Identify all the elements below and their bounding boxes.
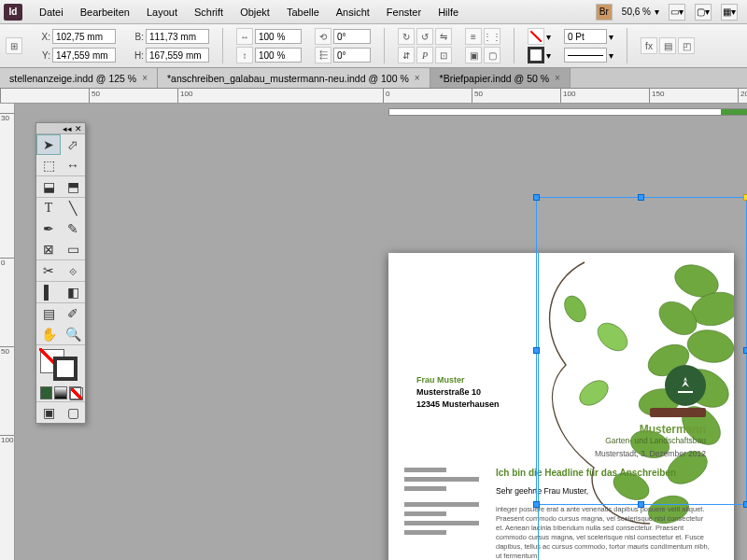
corner-icon[interactable]: ◰ — [678, 37, 695, 54]
x-field[interactable]: 102,75 mm — [52, 29, 116, 44]
menu-ansicht[interactable]: Ansicht — [329, 4, 377, 21]
document-tab-bar: stellenanzeige.indd @ 125 %× *anschreibe… — [0, 68, 747, 89]
selection-frame[interactable] — [536, 197, 747, 505]
ruler-vertical[interactable]: 30 0 50 100 — [0, 104, 15, 560]
pasteboard[interactable]: Frau Muster Musterstraße 10 12345 Muster… — [15, 104, 747, 560]
free-transform-tool[interactable]: ⟐ — [61, 260, 85, 281]
effects-icon[interactable]: fx — [641, 37, 657, 54]
rotate-field[interactable]: 0° — [333, 29, 371, 44]
close-icon[interactable]: × — [142, 73, 148, 83]
reference-point-icon[interactable]: ⊞ — [6, 37, 22, 54]
wrap-icon[interactable]: ▤ — [659, 37, 676, 54]
shear-icon: ⬱ — [315, 47, 331, 63]
tab-briefpapier[interactable]: *Briefpapier.indd @ 50 %× — [430, 68, 571, 88]
apply-none-icon[interactable] — [69, 386, 81, 399]
tab-stellenanzeige[interactable]: stellenanzeige.indd @ 125 %× — [0, 68, 158, 88]
preview-view-icon[interactable]: ▢ — [61, 402, 85, 423]
pen-tool[interactable]: ✒ — [36, 218, 61, 239]
fill-swatch-icon[interactable] — [528, 28, 544, 45]
facing-page-edge — [388, 108, 747, 116]
rectangle-tool[interactable]: ▭ — [61, 239, 85, 259]
menu-bar: Id Datei Bearbeiten Layout Schrift Objek… — [0, 0, 747, 24]
flip-h-icon[interactable]: ⇋ — [435, 28, 452, 45]
page-tool[interactable]: ⬚ — [36, 155, 61, 175]
stroke-style-field[interactable] — [564, 48, 607, 63]
select-content-icon[interactable]: ⊡ — [435, 47, 452, 63]
rotate-ccw-icon[interactable]: ↺ — [416, 28, 433, 45]
line-tool[interactable]: ╲ — [61, 198, 85, 218]
note-tool[interactable]: ▤ — [36, 303, 61, 324]
stroke-swatch-icon[interactable] — [528, 47, 544, 63]
control-panel: ⊞ X:102,75 mm Y:147,559 mm B:111,73 mm H… — [0, 24, 747, 68]
address-block: Frau Muster Musterstraße 10 12345 Muster… — [416, 374, 500, 411]
placeholder-bars — [404, 468, 479, 539]
ruler-horizontal[interactable]: 50 100 0 50 100 150 200 — [0, 89, 747, 104]
tools-panel[interactable]: ◂◂ ✕ ➤ ⬀ ⬚ ↔ ⬓ ⬒ T ╲ ✒ ✎ ⊠ ▭ ✂ ⟐ ▌ — [35, 122, 86, 424]
screen-mode-icon[interactable]: ▢▾ — [695, 4, 712, 21]
scale-y-icon: ↕ — [236, 47, 253, 63]
zoom-tool[interactable]: 🔍 — [61, 324, 85, 344]
fit-content-icon[interactable]: ▢ — [484, 47, 500, 63]
view-options-icon[interactable]: ▭▾ — [669, 4, 685, 21]
gradient-swatch-tool[interactable]: ▌ — [36, 282, 61, 302]
close-icon[interactable]: × — [555, 73, 560, 83]
scale-x-icon: ↔ — [236, 28, 253, 45]
apply-gradient-icon[interactable] — [54, 386, 66, 399]
menu-objekt[interactable]: Objekt — [233, 4, 277, 21]
tab-anschreiben[interactable]: *anschreiben_galabau_mustermann-neu.indd… — [158, 68, 430, 88]
type-tool[interactable]: T — [36, 198, 61, 218]
close-icon[interactable]: × — [415, 73, 420, 83]
arrange-icon[interactable]: ▦▾ — [721, 4, 738, 21]
align-icon[interactable]: ≡ — [465, 28, 482, 45]
menu-bearbeiten[interactable]: Bearbeiten — [73, 4, 137, 21]
h-field[interactable]: 167,559 mm — [146, 48, 209, 63]
menu-fenster[interactable]: Fenster — [379, 4, 429, 21]
bridge-icon[interactable]: Br — [596, 4, 613, 21]
body-text: integer posuere erat a ante venenatis da… — [496, 505, 711, 560]
stroke-weight-field[interactable]: 0 Pt — [564, 29, 607, 44]
gap-tool[interactable]: ↔ — [61, 155, 85, 175]
content-placer-tool[interactable]: ⬒ — [61, 176, 85, 197]
selection-tool[interactable]: ➤ — [36, 134, 61, 155]
select-container-icon[interactable]: P — [416, 47, 433, 63]
rectangle-frame-tool[interactable]: ⊠ — [36, 239, 61, 259]
fill-stroke-swatch[interactable] — [36, 345, 85, 385]
scissors-tool[interactable]: ✂ — [36, 260, 61, 281]
eyedropper-tool[interactable]: ✐ — [61, 303, 85, 324]
distribute-icon[interactable]: ⋮⋮ — [484, 28, 500, 45]
app-logo: Id — [4, 4, 22, 21]
menu-hilfe[interactable]: Hilfe — [430, 4, 466, 21]
y-field[interactable]: 147,559 mm — [52, 48, 116, 63]
rotate-icon: ⟲ — [315, 28, 331, 45]
shear-field[interactable]: 0° — [333, 48, 371, 63]
zoom-level[interactable]: 50,6 % ▾ — [622, 7, 659, 17]
direct-selection-tool[interactable]: ⬀ — [61, 134, 85, 155]
fit-frame-icon[interactable]: ▣ — [465, 47, 482, 63]
normal-view-icon[interactable]: ▣ — [36, 402, 61, 423]
scale-x-field[interactable]: 100 % — [255, 29, 302, 44]
flip-v-icon[interactable]: ⇵ — [398, 47, 415, 63]
tools-panel-header[interactable]: ◂◂ ✕ — [36, 123, 85, 134]
apply-color-icon[interactable] — [40, 386, 52, 399]
gradient-feather-tool[interactable]: ◧ — [61, 282, 85, 302]
menu-datei[interactable]: Datei — [32, 4, 71, 21]
scale-y-field[interactable]: 100 % — [255, 48, 302, 63]
menu-tabelle[interactable]: Tabelle — [279, 4, 327, 21]
rotate-cw-icon[interactable]: ↻ — [398, 28, 415, 45]
menu-layout[interactable]: Layout — [139, 4, 185, 21]
workspace: 30 0 50 100 — [0, 104, 747, 560]
pencil-tool[interactable]: ✎ — [61, 218, 85, 239]
content-collector-tool[interactable]: ⬓ — [36, 176, 61, 197]
w-field[interactable]: 111,73 mm — [146, 29, 209, 44]
menu-schrift[interactable]: Schrift — [187, 4, 231, 21]
hand-tool[interactable]: ✋ — [36, 324, 61, 344]
